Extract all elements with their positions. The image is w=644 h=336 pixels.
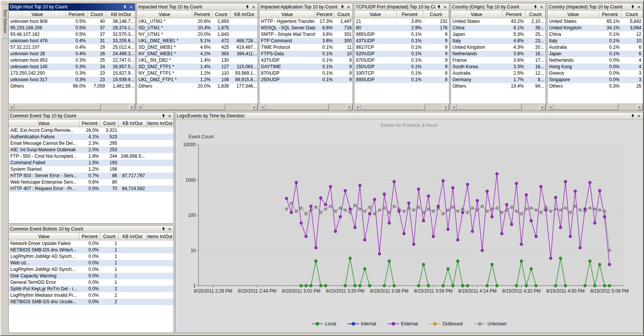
table-row[interactable]: 861\TCP0.1%9	[354, 44, 449, 51]
table-row[interactable]: United Kingdom34.1%3,064	[547, 25, 643, 31]
table-row[interactable]: Singapore0.0%3	[547, 77, 643, 83]
scroll-right-icon[interactable]: ►	[443, 104, 449, 110]
pin-icon[interactable]	[340, 4, 345, 10]
scrollbar-track[interactable]	[522, 104, 539, 110]
table-row[interactable]: SpWr-Put KeyLgr RnTm Det - i...0.0%2	[9, 286, 174, 292]
table-row[interactable]: UKL_SN_DB2 *1.4%130	[137, 57, 258, 64]
horizontal-scrollbar[interactable]: ◄ ►	[9, 104, 135, 110]
horizontal-scrollbar[interactable]: ◄ ►	[354, 104, 449, 110]
table-row[interactable]: UKL_DMZ_FTP1 *1.2%10889,915.8...	[137, 77, 258, 83]
table-row[interactable]: Disk Capacity Warning0.0%1	[9, 273, 174, 279]
scroll-right-icon[interactable]: ►	[251, 104, 258, 110]
table-row[interactable]: HTTP - Hypertext Transfer...17.3%1,447	[259, 18, 353, 25]
column-header[interactable]: Percent	[66, 11, 87, 18]
table-row[interactable]: SD_UTM1 *20.4%1,875	[137, 25, 258, 31]
table-row[interactable]: Australia2.5%12...	[451, 70, 546, 77]
scrollbar-thumb[interactable]	[266, 104, 329, 110]
scroll-right-icon[interactable]: ►	[129, 104, 135, 110]
table-row[interactable]: Australia0.1%6	[547, 44, 643, 51]
table-row[interactable]: 250\UDP0.1%9	[354, 64, 449, 70]
table-row[interactable]: 57.32.221.1070.4%2925,012.4...	[9, 44, 135, 51]
pin-icon[interactable]	[630, 113, 636, 118]
table-row[interactable]: Others96.0%7,0591,481,59...	[9, 83, 135, 90]
table-row[interactable]: System Started1.2%156	[9, 166, 174, 173]
table-row[interactable]: Hong Kong0.0%4	[547, 64, 643, 70]
column-header[interactable]: Value	[9, 120, 79, 127]
table-row[interactable]: HTTP 503 : Server Error - Serv...0.7%868…	[9, 173, 174, 179]
column-header[interactable]: Value	[137, 11, 192, 18]
column-header[interactable]: Count	[100, 120, 119, 127]
table-row[interactable]: General TermDD Error0.0%1	[9, 279, 174, 286]
table-row[interactable]: LogRhythm Mediator Invalid Pr...0.0%2	[9, 292, 174, 299]
table-row[interactable]: FTPS-Data0.1%10	[259, 51, 353, 57]
column-header[interactable]: Percent	[502, 11, 525, 18]
table-row[interactable]: United Kingdom4.3%20...	[451, 44, 546, 51]
close-icon[interactable]: ×	[251, 4, 256, 10]
tool-selector-tab[interactable]: Tool Selector	[2, 4, 9, 39]
table-row[interactable]: United States65.1%5,842	[547, 18, 643, 25]
scroll-left-icon[interactable]: ◄	[547, 104, 554, 110]
table-row[interactable]: 330\TCP0.1%8	[354, 70, 449, 77]
column-header[interactable]: Value	[259, 11, 315, 18]
close-icon[interactable]: ×	[539, 4, 544, 10]
table-row[interactable]: 95.233.188.2060.5%3728,374.1...	[9, 25, 135, 31]
table-row[interactable]: AIE: Ext:Accnt Comp:Remote...26.0%3,321	[9, 127, 174, 134]
table-row[interactable]: Netherlands0.0%4	[547, 57, 643, 64]
pin-icon[interactable]	[161, 113, 166, 118]
table-row[interactable]: NY_UTM1 *20.0%1,843	[137, 31, 258, 38]
table-row[interactable]: 802.9%178	[354, 25, 449, 31]
table-row[interactable]: South Korea3.3%16...	[451, 64, 546, 70]
table-row[interactable]: SD_DMZ_FTP1 *1.4%127115,063...	[137, 64, 258, 70]
scrollbar-track[interactable]	[329, 104, 346, 110]
pin-icon[interactable]	[122, 4, 128, 10]
column-header[interactable]: Count	[212, 11, 230, 18]
close-icon[interactable]: ×	[442, 4, 448, 10]
table-row[interactable]: HTTP 407 : Request Error - Pr...0.5%7064…	[9, 186, 174, 192]
table-row[interactable]: 250\UDP0.1%9	[259, 77, 353, 83]
table-row[interactable]: Authentication Failure4.1%523	[9, 134, 174, 140]
scrollbar-thumb[interactable]	[554, 104, 618, 110]
pin-icon[interactable]	[436, 4, 442, 10]
scrollbar-track[interactable]	[425, 104, 443, 110]
pin-icon[interactable]	[533, 4, 538, 10]
column-header[interactable]: Percent	[599, 11, 621, 18]
horizontal-scrollbar[interactable]: ◄ ►	[547, 104, 643, 110]
table-row[interactable]: United States43.2%2,10...	[451, 18, 546, 25]
table-row[interactable]: unknown host 8530.3%2522,747.0...	[9, 57, 135, 64]
panel-titlebar[interactable]: Country (Impacted) Top 10 by Count ×	[547, 3, 643, 11]
table-row[interactable]: NY_DMZ_WEB1 *4.2%383384,411...	[137, 51, 258, 57]
table-row[interactable]: MSSQL - SQL Server Data...8.6%716	[259, 25, 353, 31]
scroll-right-icon[interactable]: ►	[637, 104, 643, 110]
close-icon[interactable]: ×	[346, 4, 351, 10]
panel-titlebar[interactable]: Origin Host Top 10 by Count ×	[9, 3, 135, 11]
column-header[interactable]: KB In/Out	[106, 11, 135, 18]
column-header[interactable]: Value	[451, 11, 502, 18]
scroll-left-icon[interactable]: ◄	[259, 104, 266, 110]
table-row[interactable]: Netherlands3.8%18...	[451, 51, 546, 57]
column-header[interactable]: Count	[423, 11, 449, 18]
table-row[interactable]: China0.1%12	[547, 31, 643, 38]
table-row[interactable]: unknown host 3170.3%2319,939.9...	[9, 77, 135, 83]
panel-titlebar[interactable]: Common Event Bottom 10 by Count ×	[9, 226, 174, 233]
table-row[interactable]: 965\UDP0.1%9	[354, 31, 449, 38]
column-header[interactable]: Count	[87, 11, 106, 18]
table-row[interactable]: 93.48.107.1620.5%3732,570.3...	[9, 31, 135, 38]
panel-titlebar[interactable]: Common Event Top 10 by Count ×	[9, 112, 174, 120]
scrollbar-track[interactable]	[225, 104, 251, 110]
table-row[interactable]: UKL_DMZ_WEB1 *5.1%472468,728...	[137, 38, 258, 44]
close-icon[interactable]: ×	[636, 113, 642, 118]
table-row[interactable]: Italy4.8%23...	[451, 38, 546, 44]
column-header[interactable]: Count	[621, 11, 643, 18]
column-header[interactable]: Percent	[396, 11, 423, 18]
column-header[interactable]: Items In/Out	[147, 233, 174, 240]
column-header[interactable]: Percent	[79, 233, 100, 240]
table-row[interactable]: FTP Command3.6%300	[259, 38, 353, 44]
horizontal-scrollbar[interactable]: ◄ ►	[259, 104, 353, 110]
panel-titlebar[interactable]: Impacted Host Top 10 by Count ×	[137, 3, 258, 11]
table-row[interactable]: FTP - 550 - Cmd Not Accepted...1.9%24424…	[9, 153, 174, 160]
column-header[interactable]: Percent	[79, 120, 100, 127]
table-row[interactable]: Greece0.0%3	[547, 70, 643, 77]
pin-icon[interactable]	[245, 4, 250, 10]
column-header[interactable]: Value	[9, 11, 66, 18]
table-row[interactable]: 213.8%231	[354, 18, 449, 25]
